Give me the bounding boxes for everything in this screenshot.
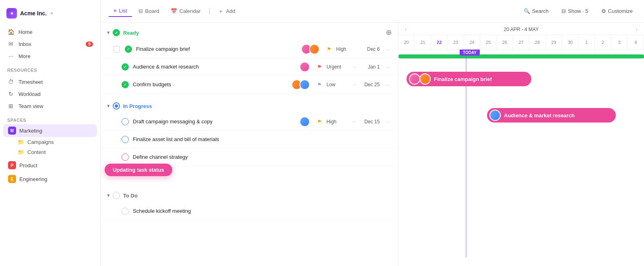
search-label: Search [532,8,549,14]
task-menu-1[interactable]: ··· [384,46,392,52]
resources-nav: ⏱ Timesheet ↻ Workload ⊞ Team view [0,74,100,114]
gantt-date-cell-24: 24 [464,35,481,49]
nav-home-label: Home [19,29,33,35]
gantt-date-cell-1: 1 [578,35,595,49]
priority-dots-2: ··· [352,64,356,70]
task-date-1: Dec 6 [362,46,380,52]
ready-status-icon: ✓ [113,29,120,36]
customize-icon: ⚙ [601,8,606,14]
group-todo-header: ▾ To Do [101,186,398,202]
gantt-date-cell-28: 28 [529,35,546,49]
sub-campaigns-label: Campaigns [27,139,54,145]
today-badge: TODAY [460,50,480,56]
task-status-done-3: ✓ [122,81,129,88]
gantt-date-cell-20: 20 [398,35,415,49]
task-avatars-3 [291,79,310,90]
topbar: ≡ List ⊟ Board 📅 Calendar | ＋ Add 🔍 Sear… [101,0,644,23]
gantt-avatar-1 [409,73,420,85]
sub-campaigns[interactable]: 📁 Campaigns [3,137,97,147]
group-ready-label: Ready [123,30,139,36]
home-icon: 🏠 [7,29,14,35]
task-status-inprog-5 [122,136,129,143]
task-avatars-4 [299,116,310,127]
gantt-date-cell-29: 29 [546,35,562,49]
gantt-pill-1[interactable]: Finalize campaign brief [407,72,531,86]
tab-add-label: Add [226,8,235,14]
nav-home[interactable]: 🏠 Home [3,26,97,38]
search-icon: 🔍 [524,8,530,14]
show-button[interactable]: ⊟ Show · 5 [558,6,592,16]
gantt-body: TODAY Finalize campaign brief Audience &… [398,50,644,258]
team-view-icon: ⊞ [7,103,14,109]
priority-dots-4: ··· [352,119,356,125]
sub-content[interactable]: 📁 Content [3,147,97,157]
spaces-section-title: Spaces [0,114,100,124]
folder-icon-2: 📁 [18,149,24,155]
space-product-label: Product [19,162,37,168]
tab-board[interactable]: ⊟ Board [134,6,164,17]
customize-label: Customize [608,8,633,14]
task-menu-4[interactable]: ··· [384,118,392,125]
nav-team-view[interactable]: ⊞ Team view [3,100,97,112]
resources-section-title: Resources [0,64,100,74]
tab-divider: | [208,8,210,15]
gantt-prev-icon[interactable]: ‹ [405,27,407,32]
group-todo-chevron[interactable]: ▾ [107,193,109,198]
nav-workload[interactable]: ↻ Workload [3,88,97,100]
task-date-4: Dec 15 [362,119,380,125]
task-name-7: Schedule kickoff meeting [133,208,392,214]
gantt-date-cell-3: 3 [611,35,628,49]
task-status-inprog-6[interactable] [122,154,129,161]
inbox-badge: 9 [86,42,93,47]
nav-inbox[interactable]: ✉ Inbox 9 [3,38,97,50]
task-row: Draft campaign messaging & copy ⚑ High ·… [101,113,398,131]
gantt-date-range: 20 APR - 4 MAY [504,27,539,32]
group-ready-add[interactable]: ⊕ [386,28,392,37]
gantt-bar-green [398,54,644,58]
priority-flag-3: ⚑ [317,82,322,87]
priority-label-2: Urgent [326,64,348,70]
gantt-avatar-3 [489,110,501,121]
group-inprogress-chevron[interactable]: ▾ [107,103,109,109]
nav-timesheet[interactable]: ⏱ Timesheet [3,76,97,88]
workload-icon: ↻ [7,91,14,97]
nav-more[interactable]: ··· More [3,50,97,62]
task-menu-2[interactable]: ··· [384,64,392,70]
gantt-date-cell-26: 26 [497,35,513,49]
gantt-date-cell-2: 2 [595,35,611,49]
nav-workload-label: Workload [19,91,41,97]
gantt-date-cell-30: 30 [562,35,579,49]
timesheet-icon: ⏱ [7,79,14,85]
gantt-pill-2[interactable]: Audience & market research [487,108,616,123]
tab-add[interactable]: ＋ Add [213,5,240,17]
task-name-6: Define channel strategy [133,154,392,160]
group-ready-chevron[interactable]: ▾ [107,30,109,35]
task-row: Finalize asset list and bill of material… [101,131,398,148]
task-checkbox-1[interactable] [114,46,120,52]
priority-label-1: High [336,46,358,52]
sidebar-header[interactable]: ✳ Acme Inc. ▾ [0,6,100,24]
list-icon: ≡ [114,8,117,14]
app-logo: ✳ [6,8,17,19]
customize-button[interactable]: ⚙ Customize [598,6,636,16]
tab-calendar[interactable]: 📅 Calendar [166,6,206,17]
task-row: Define channel strategy Updating task st… [101,148,398,166]
space-marketing-label: Marketing [19,128,42,134]
task-status-inprog-4 [122,118,129,125]
space-marketing[interactable]: M Marketing [3,124,97,137]
tab-list[interactable]: ≡ List [109,5,132,17]
task-row: ✓ Finalize campaign brief ⚑ High Dec 6 ·… [101,40,398,58]
task-menu-3[interactable]: ··· [384,81,392,88]
space-engineering[interactable]: E Engineering [3,172,97,185]
avatar-2 [309,44,320,54]
task-avatars-2 [299,62,310,72]
priority-label-3: Low [326,82,348,87]
task-name-2: Audience & market research [133,64,295,70]
task-status-done-2: ✓ [122,63,129,71]
main-content: ≡ List ⊟ Board 📅 Calendar | ＋ Add 🔍 Sear… [101,0,644,266]
space-product-icon: P [8,161,16,169]
gantt-next-icon[interactable]: › [636,27,638,32]
space-product[interactable]: P Product [3,159,97,172]
folder-icon: 📁 [18,139,24,145]
search-button[interactable]: 🔍 Search [520,6,552,16]
